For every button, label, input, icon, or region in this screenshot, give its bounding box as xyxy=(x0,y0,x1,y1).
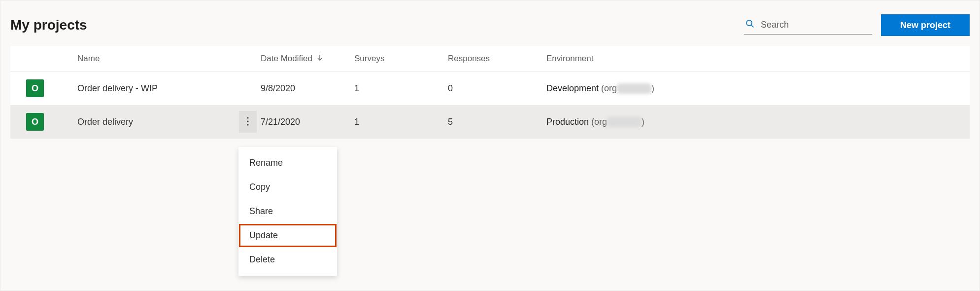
svg-line-1 xyxy=(751,25,753,27)
project-surveys: 1 xyxy=(350,117,444,127)
project-avatar-cell: O xyxy=(10,113,60,131)
environment-org-suffix: ) xyxy=(642,117,644,127)
project-name-cell: Order delivery xyxy=(60,111,257,133)
environment-name: Development xyxy=(546,83,599,93)
project-responses: 0 xyxy=(444,83,542,94)
column-environment[interactable]: Environment xyxy=(542,54,970,64)
menu-item-delete[interactable]: Delete xyxy=(238,248,337,272)
column-date-label: Date Modified xyxy=(261,54,312,64)
project-avatar: O xyxy=(26,113,44,131)
project-environment: Production (orgxxxxxx) xyxy=(542,117,970,127)
menu-item-update[interactable]: Update xyxy=(238,223,337,248)
header-actions: New project xyxy=(744,14,970,36)
project-name[interactable]: Order delivery - WIP xyxy=(77,83,257,94)
table-row[interactable]: O Order delivery 7/21/2020 1 5 Productio… xyxy=(10,105,970,139)
row-context-menu: Rename Copy Share Update Delete xyxy=(238,147,337,276)
projects-table: Name Date Modified Surveys Responses Env… xyxy=(10,46,970,139)
search-icon xyxy=(745,19,755,31)
page-title: My projects xyxy=(10,17,87,33)
table-header-row: Name Date Modified Surveys Responses Env… xyxy=(10,46,970,72)
project-name[interactable]: Order delivery xyxy=(77,117,239,127)
project-avatar: O xyxy=(26,79,44,97)
environment-org-suffix: ) xyxy=(651,83,654,93)
sort-descending-icon xyxy=(316,54,323,64)
column-responses[interactable]: Responses xyxy=(444,54,542,64)
environment-org-prefix: (org xyxy=(599,83,617,93)
svg-point-3 xyxy=(247,117,248,118)
page-header: My projects New project xyxy=(0,0,980,46)
table-row[interactable]: O Order delivery - WIP 9/8/2020 1 0 Deve… xyxy=(10,72,970,105)
more-vertical-icon xyxy=(247,117,249,127)
menu-item-copy[interactable]: Copy xyxy=(238,175,337,199)
project-name-cell: Order delivery - WIP xyxy=(60,83,257,94)
search-input[interactable] xyxy=(761,20,871,30)
search-field[interactable] xyxy=(744,16,872,35)
column-name[interactable]: Name xyxy=(60,54,257,64)
project-avatar-cell: O xyxy=(10,79,60,97)
environment-org-redacted: xxxxxx xyxy=(617,83,651,94)
more-actions-button[interactable] xyxy=(239,111,257,133)
project-surveys: 1 xyxy=(350,83,444,94)
project-responses: 5 xyxy=(444,117,542,127)
environment-name: Production xyxy=(546,117,589,127)
svg-point-4 xyxy=(247,120,248,122)
svg-point-5 xyxy=(247,124,248,125)
project-date: 9/8/2020 xyxy=(257,83,350,94)
menu-item-share[interactable]: Share xyxy=(238,199,337,223)
project-environment: Development (orgxxxxxx) xyxy=(542,83,970,94)
column-surveys[interactable]: Surveys xyxy=(350,54,444,64)
column-date-modified[interactable]: Date Modified xyxy=(257,54,350,64)
menu-item-rename[interactable]: Rename xyxy=(238,151,337,175)
svg-point-0 xyxy=(746,20,752,26)
environment-org-prefix: (org xyxy=(589,117,607,127)
new-project-button[interactable]: New project xyxy=(881,14,970,36)
environment-org-redacted: xxxxxx xyxy=(607,117,642,127)
project-date: 7/21/2020 xyxy=(257,117,350,127)
